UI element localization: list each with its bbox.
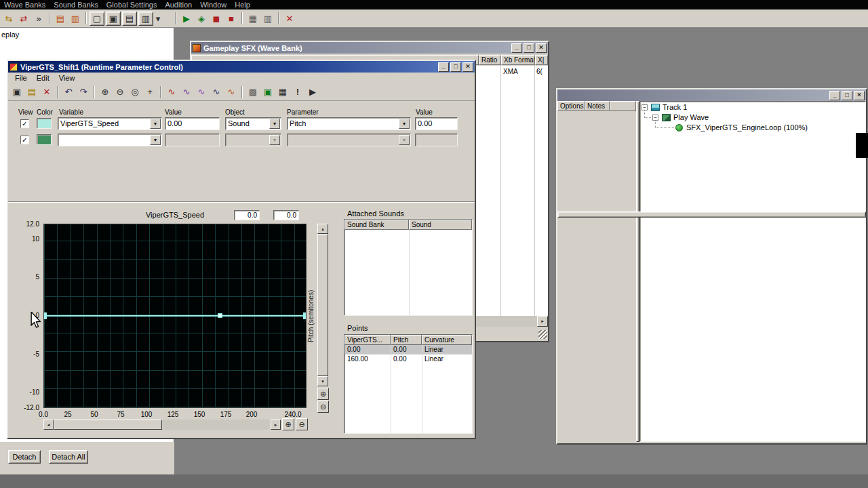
menu-edit[interactable]: Edit xyxy=(33,73,55,83)
window-cascade-icon[interactable]: ▢ xyxy=(90,12,104,26)
audition-stop-icon[interactable]: ◼ xyxy=(209,12,224,26)
menu-window[interactable]: Window xyxy=(196,0,231,9)
toolbar-options-caret[interactable]: ▾ xyxy=(153,12,163,26)
zoom-y-out-icon[interactable]: ⊖ xyxy=(317,401,329,413)
column-header-ratio[interactable]: Ratio xyxy=(479,55,501,65)
scrollbar-thumb[interactable] xyxy=(54,420,162,430)
zoom-x-in-icon[interactable]: ⊕ xyxy=(282,418,294,430)
detach-all-button[interactable]: Detach All xyxy=(49,450,88,464)
points-table[interactable]: ViperGTS... Pitch Curvature 0.00 0.00 Li… xyxy=(344,334,473,434)
preview-play-icon[interactable]: ▶ xyxy=(305,85,320,99)
transfer-icon[interactable]: ⇄ xyxy=(16,12,31,26)
minimize-button[interactable]: _ xyxy=(511,43,522,53)
zoom-x-out-icon[interactable]: ⊖ xyxy=(296,418,308,430)
scroll-down-icon[interactable]: ▾ xyxy=(317,376,328,386)
tree-item-play-wave[interactable]: Play Wave xyxy=(673,113,709,121)
levels-icon[interactable]: ▥ xyxy=(260,12,275,26)
value-input[interactable]: 0.00 xyxy=(165,117,220,130)
maximize-button[interactable]: □ xyxy=(450,62,461,72)
column-header-sound-bank[interactable]: Sound Bank xyxy=(344,220,409,230)
chevron-down-icon[interactable]: ▾ xyxy=(399,119,410,129)
scroll-up-icon[interactable]: ▴ xyxy=(317,224,328,234)
curve-point[interactable] xyxy=(218,313,222,318)
parameter-combobox[interactable]: Pitch ▾ xyxy=(287,117,411,130)
menu-help[interactable]: Help xyxy=(231,0,254,9)
object-combobox[interactable]: Sound ▾ xyxy=(225,117,281,130)
chevron-down-icon[interactable]: ▾ xyxy=(150,135,161,145)
preset-linear-icon[interactable]: ∿ xyxy=(164,85,179,99)
meters-icon[interactable]: ▦ xyxy=(245,12,260,26)
minimize-button[interactable]: _ xyxy=(829,91,840,100)
tree-collapse-box[interactable]: − xyxy=(652,115,658,121)
undo-icon[interactable]: ↶ xyxy=(61,85,76,99)
build-icon[interactable]: ▤ xyxy=(53,12,68,26)
tree-item-track[interactable]: Track 1 xyxy=(663,103,687,111)
column-header-sound[interactable]: Sound xyxy=(409,220,472,230)
variable-combobox-empty[interactable]: ▾ xyxy=(58,134,162,146)
resize-grip[interactable] xyxy=(538,330,547,339)
preset-step-icon[interactable]: ∿ xyxy=(209,85,224,99)
rpc-titlebar[interactable]: ViperGTS_Shift1 (Runtime Parameter Contr… xyxy=(8,61,475,73)
track-window-titlebar[interactable]: _ □ ✕ xyxy=(557,89,866,101)
cell-clipped[interactable]: 6( xyxy=(536,68,542,75)
scroll-right-icon[interactable]: ▸ xyxy=(271,420,281,430)
scroll-left-icon[interactable]: ◂ xyxy=(43,420,54,430)
stop-icon[interactable]: ■ xyxy=(224,12,239,26)
snap-toggle-icon[interactable]: ▣ xyxy=(260,85,275,99)
variable-combobox[interactable]: ViperGTS_Speed ▾ xyxy=(58,117,162,130)
detach-button[interactable]: Detach xyxy=(8,450,41,464)
graph-vscrollbar[interactable]: ▴ ▾ xyxy=(317,224,328,386)
tree-collapse-box[interactable]: − xyxy=(642,104,648,110)
audition-monitor-icon[interactable]: ◈ xyxy=(194,12,209,26)
zoom-in-icon[interactable]: ⊕ xyxy=(98,85,113,99)
maximize-button[interactable]: □ xyxy=(524,43,534,53)
view-checkbox[interactable]: ✓ xyxy=(20,119,29,128)
menu-view[interactable]: View xyxy=(55,73,81,83)
grid-toggle-icon[interactable]: ▩ xyxy=(245,85,260,99)
graph-hscrollbar[interactable]: ◂ ▸ xyxy=(43,420,281,430)
window-tile-icon[interactable]: ▣ xyxy=(106,12,121,26)
menu-sound-banks[interactable]: Sound Banks xyxy=(50,0,102,9)
paste-icon[interactable]: ▣ xyxy=(9,85,24,99)
zoom-reset-icon[interactable]: ◎ xyxy=(127,85,142,99)
delete-icon[interactable]: ✕ xyxy=(39,85,54,99)
fast-forward-icon[interactable]: » xyxy=(31,12,46,26)
points-row[interactable]: 160.00 0.00 Linear xyxy=(344,354,472,364)
curve-color-swatch[interactable] xyxy=(37,134,52,145)
menu-wave-banks[interactable]: Wave Banks xyxy=(0,0,50,9)
tree-item-wave[interactable]: SFX_ViperGTS_EngineLoop (100%) xyxy=(686,123,808,131)
build-report-icon[interactable]: ▥ xyxy=(68,12,83,26)
wavebank-titlebar[interactable]: Gameplay SFX (Wave Bank) _ □ ✕ xyxy=(191,42,548,54)
curve-color-swatch[interactable] xyxy=(37,118,52,129)
zoom-y-in-icon[interactable]: ⊕ xyxy=(317,388,329,400)
copy-icon[interactable]: ▤ xyxy=(24,85,39,99)
maximize-button[interactable]: □ xyxy=(842,91,852,100)
preset-scurve-icon[interactable]: ∿ xyxy=(194,85,209,99)
value2-input[interactable]: 0.00 xyxy=(415,117,458,130)
horizontal-splitter[interactable] xyxy=(557,211,866,218)
axes-toggle-icon[interactable]: ▦ xyxy=(275,85,290,99)
redo-icon[interactable]: ↷ xyxy=(76,85,91,99)
menu-file[interactable]: File xyxy=(11,73,33,83)
window-list-icon[interactable]: ▤ xyxy=(122,12,137,26)
rpc-curve-line[interactable] xyxy=(44,315,306,317)
chevron-down-icon[interactable]: ▾ xyxy=(269,119,280,129)
column-header-xb-format[interactable]: Xb Format xyxy=(501,55,535,65)
preset-curve-icon[interactable]: ∿ xyxy=(179,85,194,99)
play-icon[interactable]: ▶ xyxy=(179,12,194,26)
zoom-out-icon[interactable]: ⊖ xyxy=(113,85,127,99)
sync-banks-icon[interactable]: ⇆ xyxy=(1,12,16,26)
points-row-selected[interactable]: 0.00 0.00 Linear xyxy=(344,345,472,354)
attached-sounds-table[interactable]: Sound Bank Sound xyxy=(344,219,473,316)
column-header-clipped[interactable]: X| xyxy=(535,55,548,65)
close-button[interactable]: ✕ xyxy=(536,43,547,53)
curve-endpoint-left[interactable] xyxy=(44,312,47,319)
rpc-curve-plot[interactable] xyxy=(43,224,307,408)
column-header-pitch[interactable]: Pitch xyxy=(391,335,422,345)
minimize-button[interactable]: _ xyxy=(438,62,449,72)
view-checkbox[interactable]: ✓ xyxy=(20,136,29,144)
scroll-right-icon[interactable]: ▸ xyxy=(537,316,548,327)
clipped-tree-text[interactable]: eplay xyxy=(1,30,19,39)
scrollbar-thumb[interactable] xyxy=(317,234,328,376)
cell-xb-format[interactable]: XMA xyxy=(503,68,518,75)
